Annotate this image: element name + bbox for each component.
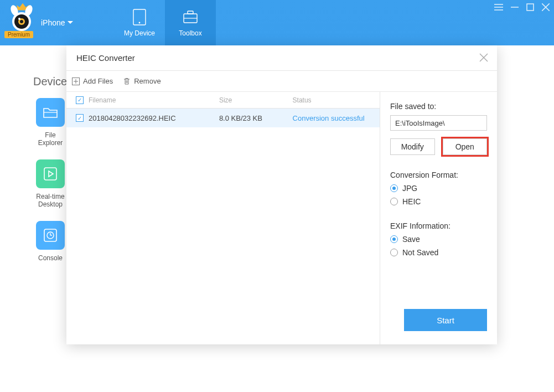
format-label: Conversion Format:	[390, 171, 487, 179]
tab-my-device[interactable]: My Device	[114, 0, 165, 45]
chevron-down-icon	[68, 21, 73, 24]
button-label: Remove	[134, 77, 160, 85]
dialog-body: ✓ Filename Size Status ✓ 201804280322326…	[66, 92, 497, 344]
icon-label: Console	[38, 254, 63, 262]
close-icon[interactable]	[542, 3, 550, 11]
cell-filename: 20180428032232692.HEIC	[87, 114, 219, 122]
radio-icon	[390, 184, 398, 192]
premium-badge: Premium	[4, 31, 33, 38]
file-explorer-card[interactable]: File Explorer	[33, 98, 68, 147]
tab-label: My Device	[124, 29, 155, 37]
tablet-icon	[131, 8, 148, 26]
folder-icon	[36, 98, 65, 127]
exif-label: EXIF Information:	[390, 221, 487, 230]
icon-label: Real-time Desktop	[36, 193, 64, 209]
radio-label: Not Saved	[402, 248, 438, 257]
bunny-icon	[8, 5, 35, 33]
settings-pane: File saved to: Modify Open Conversion Fo…	[380, 92, 497, 344]
window-controls	[494, 3, 550, 11]
maximize-icon[interactable]	[526, 3, 534, 11]
col-size: Size	[219, 96, 293, 104]
radio-label: JPG	[402, 184, 417, 193]
svg-rect-10	[188, 11, 193, 14]
radio-icon	[390, 249, 398, 256]
dialog-toolbar: Add Files Remove	[66, 71, 497, 92]
select-all-checkbox[interactable]: ✓	[76, 96, 84, 104]
save-path-input[interactable]	[390, 115, 487, 131]
cell-status: Conversion successful	[293, 114, 374, 122]
add-files-button[interactable]: Add Files	[72, 77, 113, 85]
table-header: ✓ Filename Size Status	[66, 92, 380, 109]
dialog-header: HEIC Converter	[66, 45, 497, 71]
device-selector[interactable]: iPhone	[41, 18, 73, 27]
play-icon	[36, 159, 65, 188]
logo-area: Premium iPhone	[0, 0, 114, 45]
svg-point-5	[20, 20, 23, 23]
dialog-title: HEIC Converter	[76, 53, 135, 63]
table-row[interactable]: ✓ 20180428032232692.HEIC 8.0 KB/23 KB Co…	[66, 109, 380, 127]
cell-size: 8.0 KB/23 KB	[219, 114, 293, 122]
save-to-label: File saved to:	[390, 102, 487, 111]
app-logo: Premium	[4, 6, 38, 39]
modify-button[interactable]: Modify	[390, 138, 435, 155]
tab-label: Toolbox	[179, 29, 201, 37]
radio-icon	[390, 235, 398, 243]
minimize-icon[interactable]	[511, 3, 519, 11]
header-bar: Premium iPhone My Device Toolbox	[0, 0, 554, 45]
col-filename: Filename	[87, 96, 219, 104]
trash-icon	[123, 78, 131, 85]
heic-converter-dialog: HEIC Converter Add Files Remove ✓ Filena…	[66, 45, 497, 344]
format-jpg-radio[interactable]: JPG	[390, 184, 487, 193]
svg-rect-16	[527, 4, 534, 11]
file-list-pane: ✓ Filename Size Status ✓ 201804280322326…	[66, 92, 380, 344]
realtime-desktop-card[interactable]: Real-time Desktop	[33, 159, 68, 209]
row-checkbox[interactable]: ✓	[76, 114, 84, 122]
briefcase-icon	[182, 8, 199, 26]
radio-label: Save	[402, 235, 420, 244]
open-button[interactable]: Open	[443, 138, 488, 155]
icon-label: File Explorer	[38, 131, 63, 147]
radio-label: HEIC	[402, 197, 421, 206]
svg-point-6	[18, 18, 20, 20]
svg-point-8	[139, 22, 141, 24]
close-icon[interactable]	[478, 52, 489, 63]
menu-icon[interactable]	[494, 3, 503, 11]
plus-box-icon	[72, 78, 80, 85]
exif-notsaved-radio[interactable]: Not Saved	[390, 248, 487, 257]
format-heic-radio[interactable]: HEIC	[390, 197, 487, 206]
exif-save-radio[interactable]: Save	[390, 235, 487, 244]
clock-icon	[36, 221, 65, 250]
col-status: Status	[293, 96, 374, 104]
remove-button[interactable]: Remove	[123, 77, 160, 85]
device-label: iPhone	[41, 18, 65, 27]
console-card[interactable]: Console	[33, 221, 68, 262]
tab-toolbox[interactable]: Toolbox	[165, 0, 216, 45]
radio-icon	[390, 198, 398, 205]
start-button[interactable]: Start	[404, 309, 487, 331]
button-label: Add Files	[83, 77, 113, 85]
svg-rect-20	[44, 168, 56, 180]
